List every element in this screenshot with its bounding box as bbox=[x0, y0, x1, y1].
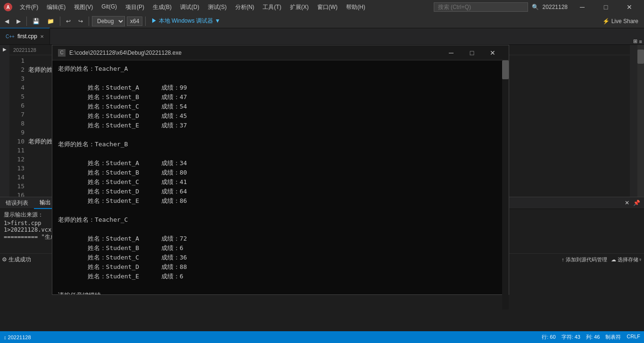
window-controls: ─ □ ✕ bbox=[571, 0, 640, 14]
menu-debug[interactable]: 调试(D) bbox=[176, 2, 203, 12]
tab-overflow-icon[interactable]: ≡ bbox=[639, 39, 642, 44]
tab-right-buttons: ⊞ ≡ bbox=[633, 38, 644, 44]
build-status: ⚙ 生成成功 bbox=[2, 256, 31, 264]
live-share-icon: ⚡ bbox=[603, 18, 610, 25]
toolbar-save[interactable]: 💾 bbox=[30, 17, 42, 25]
run-local-button[interactable]: ▶ 本地 Windows 调试器 ▼ bbox=[149, 16, 223, 26]
line-num: 6 bbox=[9, 101, 25, 110]
console-window-controls: ─ □ ✕ bbox=[441, 45, 503, 60]
menu-help[interactable]: 帮助(H) bbox=[342, 2, 369, 12]
menu-extensions[interactable]: 扩展(X) bbox=[286, 2, 313, 12]
status-right: 行: 60 字符: 43 列: 46 制表符 CRLF bbox=[542, 334, 640, 341]
line-num: 5 bbox=[9, 92, 25, 101]
live-share-label: Live Share bbox=[611, 18, 638, 25]
toolbar-back[interactable]: ◀ bbox=[2, 17, 12, 25]
toolbar-undo[interactable]: ↩ bbox=[63, 17, 74, 25]
line-num: 11 bbox=[9, 146, 25, 155]
menu-window[interactable]: 窗口(W) bbox=[314, 2, 341, 12]
app-root: A 文件(F) 编辑(E) 视图(V) Git(G) 项目(P) 生成(B) 调… bbox=[0, 0, 644, 343]
toolbar: ◀ ▶ 💾 📁 ↩ ↪ Debug x64 ▶ 本地 Windows 调试器 ▼… bbox=[0, 14, 644, 28]
toolbar-sep3 bbox=[89, 17, 89, 26]
search-icon: 🔍 bbox=[532, 4, 539, 10]
minimap-panel bbox=[630, 45, 644, 197]
line-num: 4 bbox=[9, 83, 25, 92]
tabtype-indicator: 制表符 bbox=[605, 334, 621, 341]
row-indicator: 行: 60 bbox=[542, 334, 555, 341]
tab-icon: C++ bbox=[6, 34, 15, 39]
line-num: 1 bbox=[9, 56, 25, 65]
line-num: 14 bbox=[9, 173, 25, 182]
menu-build[interactable]: 生成(B) bbox=[149, 2, 175, 12]
menu-edit[interactable]: 编辑(E) bbox=[43, 2, 69, 12]
menu-test[interactable]: 测试(S) bbox=[204, 2, 231, 12]
maximize-button[interactable]: □ bbox=[595, 0, 617, 14]
console-minimize-button[interactable]: ─ bbox=[441, 45, 462, 60]
line-num: 15 bbox=[9, 182, 25, 191]
console-icon: C bbox=[58, 49, 66, 57]
search-input[interactable] bbox=[434, 2, 528, 12]
platform-dropdown[interactable]: x64 bbox=[127, 17, 142, 26]
menu-project[interactable]: 项目(P) bbox=[122, 2, 148, 12]
line-num: 13 bbox=[9, 164, 25, 173]
output-right-buttons: ✕ 📌 bbox=[623, 200, 644, 206]
add-to-source-button[interactable]: ↑ 添加到源代码管理 bbox=[561, 256, 607, 263]
toolbar-forward[interactable]: ▶ bbox=[14, 17, 24, 25]
console-maximize-button[interactable]: □ bbox=[462, 45, 482, 60]
line-num: 8 bbox=[9, 119, 25, 128]
toolbar-sep4 bbox=[145, 17, 146, 26]
line-num: 3 bbox=[9, 74, 25, 83]
title-text: 20221128 bbox=[543, 4, 568, 10]
title-bar-right: 🔍 20221128 ─ □ ✕ bbox=[434, 0, 640, 14]
menu-git[interactable]: Git(G) bbox=[98, 2, 121, 12]
line-indicator: 列: 46 bbox=[586, 334, 600, 341]
tab-bar: C++ first.cpp ✕ ⊞ ≡ bbox=[0, 28, 644, 45]
tab-label: first.cpp bbox=[17, 33, 37, 40]
live-share-button[interactable]: ⚡ Live Share bbox=[599, 17, 642, 25]
tab-first-cpp[interactable]: C++ first.cpp ✕ bbox=[0, 28, 50, 44]
tab-error-list[interactable]: 错误列表 bbox=[0, 197, 34, 209]
menu-tools[interactable]: 工具(T) bbox=[259, 2, 285, 12]
line-num: 2 bbox=[9, 65, 25, 74]
console-scrollbar-thumb[interactable] bbox=[502, 60, 509, 79]
app-logo: A bbox=[4, 3, 12, 11]
line-num: 16 bbox=[9, 191, 25, 197]
col-indicator: 字符: 43 bbox=[561, 334, 580, 341]
scrollbar-thumb[interactable] bbox=[637, 50, 644, 64]
console-body: 老师的姓名：Teacher_A 姓名：Student_A 成绩：99 姓名：St… bbox=[52, 60, 509, 294]
line-num: 12 bbox=[9, 155, 25, 164]
sidebar-icons: ▶ bbox=[0, 45, 9, 197]
branch-name[interactable]: ↕ 20221128 bbox=[4, 335, 31, 340]
toolbar-open[interactable]: 📁 bbox=[44, 17, 57, 25]
console-title-text: E:\code\20221128\x64\Debug\20221128.exe bbox=[69, 50, 437, 56]
debug-config-select[interactable]: Debug bbox=[92, 16, 125, 26]
close-button[interactable]: ✕ bbox=[619, 0, 640, 14]
title-bar: A 文件(F) 编辑(E) 视图(V) Git(G) 项目(P) 生成(B) 调… bbox=[0, 0, 644, 14]
line-num: 7 bbox=[9, 110, 25, 119]
output-clear-icon[interactable]: ✕ bbox=[623, 200, 631, 206]
menu-bar: 文件(F) 编辑(E) 视图(V) Git(G) 项目(P) 生成(B) 调试(… bbox=[16, 2, 369, 12]
line-num: 9 bbox=[9, 128, 25, 137]
toolbar-sep2 bbox=[60, 17, 60, 26]
menu-view[interactable]: 视图(V) bbox=[70, 2, 97, 12]
output-pin-icon[interactable]: 📌 bbox=[631, 200, 642, 206]
line-num: 10 bbox=[9, 137, 25, 146]
console-close-button[interactable]: ✕ bbox=[482, 45, 503, 60]
tab-split-icon[interactable]: ⊞ bbox=[633, 38, 637, 44]
select-storage-button[interactable]: ☁ 选择存储♀ bbox=[611, 256, 642, 263]
output-source-label: 显示输出来源： bbox=[4, 211, 43, 218]
console-window: C E:\code\20221128\x64\Debug\20221128.ex… bbox=[52, 45, 509, 295]
tab-close-button[interactable]: ✕ bbox=[40, 34, 44, 39]
minimize-button[interactable]: ─ bbox=[571, 0, 593, 14]
toolbar-redo[interactable]: ↪ bbox=[75, 17, 86, 25]
menu-file[interactable]: 文件(F) bbox=[16, 2, 42, 12]
console-title-bar: C E:\code\20221128\x64\Debug\20221128.ex… bbox=[52, 45, 509, 60]
status-bar: ↕ 20221128 行: 60 字符: 43 列: 46 制表符 CRLF bbox=[0, 331, 644, 343]
line-numbers: 1 2 3 4 5 6 7 8 9 10 11 12 13 14 15 16 1 bbox=[9, 55, 28, 197]
encoding-indicator: CRLF bbox=[627, 334, 640, 341]
menu-analyze[interactable]: 分析(N) bbox=[231, 2, 258, 12]
console-scrollbar[interactable] bbox=[502, 60, 509, 310]
sidebar-expand-icon: ▶ bbox=[3, 47, 7, 52]
bottom-right: ↑ 添加到源代码管理 ☁ 选择存储♀ bbox=[561, 256, 642, 263]
toolbar-sep1 bbox=[26, 17, 27, 26]
